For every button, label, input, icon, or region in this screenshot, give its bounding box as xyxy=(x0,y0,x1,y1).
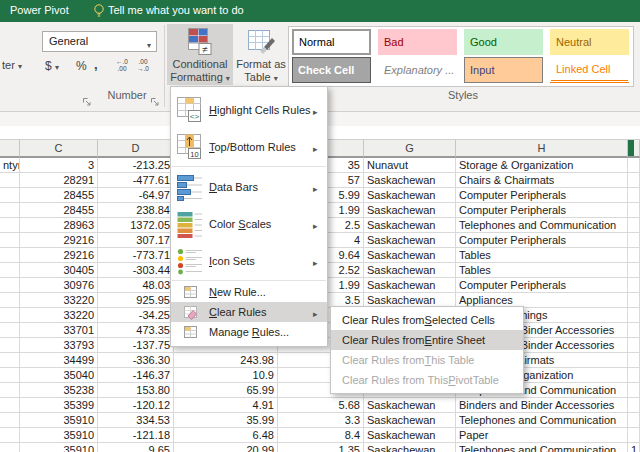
cell[interactable]: Saskachewan xyxy=(364,428,456,443)
cell[interactable] xyxy=(0,263,20,278)
column-header-g[interactable]: G xyxy=(364,140,456,158)
cell[interactable] xyxy=(628,353,640,368)
cell[interactable] xyxy=(628,158,640,173)
cell[interactable] xyxy=(0,443,20,452)
column-header-h[interactable]: H xyxy=(456,140,628,158)
cell[interactable]: -213.25 xyxy=(98,158,174,173)
cell[interactable]: -137.75 xyxy=(98,338,174,353)
cell[interactable]: 3 xyxy=(20,158,98,173)
cell[interactable]: 243.98 xyxy=(174,353,278,368)
cell[interactable]: 33701 xyxy=(20,323,98,338)
cell[interactable]: ntyre xyxy=(0,158,20,173)
cell[interactable] xyxy=(0,218,20,233)
style-chip-normal[interactable]: Normal xyxy=(292,29,371,55)
cell[interactable]: 4.91 xyxy=(174,398,278,413)
cell[interactable]: 3.3 xyxy=(278,413,364,428)
cell[interactable]: -303.44 xyxy=(98,263,174,278)
cell[interactable] xyxy=(0,398,20,413)
menu-item-manage-rules[interactable]: Manage Rules... xyxy=(171,322,327,342)
cell[interactable] xyxy=(0,173,20,188)
cell[interactable]: Saskachewan xyxy=(364,173,456,188)
cell[interactable] xyxy=(0,383,20,398)
cell[interactable]: Binders and Binder Accessories xyxy=(456,398,628,413)
cell[interactable]: 8.4 xyxy=(278,428,364,443)
cell[interactable]: Saskachewan xyxy=(364,203,456,218)
cell[interactable]: 153.80 xyxy=(98,383,174,398)
cell[interactable]: 65.99 xyxy=(174,383,278,398)
cell[interactable]: Computer Peripherals xyxy=(456,278,628,293)
cell[interactable] xyxy=(628,173,640,188)
dialog-launcher-icon[interactable] xyxy=(82,93,92,103)
cell[interactable]: -34.25 xyxy=(98,308,174,323)
decrease-decimal-icon[interactable]: .00→.0 xyxy=(133,58,153,76)
cell[interactable]: 29216 xyxy=(20,233,98,248)
merge-center-button-clipped[interactable]: ter xyxy=(2,59,22,71)
cell[interactable] xyxy=(0,203,20,218)
style-chip-check-cell[interactable]: Check Cell xyxy=(292,57,371,83)
menu-item-highlight-cells-rules[interactable]: <>Highlight Cells Rules xyxy=(171,91,327,128)
cell[interactable] xyxy=(628,383,640,398)
conditional-formatting-button[interactable]: ≠ Conditional Formatting xyxy=(167,24,233,85)
cell[interactable] xyxy=(0,278,20,293)
cell[interactable]: Telephones and Communication xyxy=(456,218,628,233)
cell[interactable]: 28963 xyxy=(20,218,98,233)
cell[interactable]: 473.35 xyxy=(98,323,174,338)
cell[interactable]: 35910 xyxy=(20,428,98,443)
cell[interactable]: Computer Peripherals xyxy=(456,233,628,248)
cell[interactable]: -477.61 xyxy=(98,173,174,188)
cell[interactable]: Tables xyxy=(456,263,628,278)
tell-me-search-input[interactable]: Tell me what you want to do xyxy=(108,4,244,16)
cell[interactable]: 925.95 xyxy=(98,293,174,308)
cell[interactable] xyxy=(0,323,20,338)
cell[interactable]: 307.17 xyxy=(98,233,174,248)
submenu-item-clear-rules-from-selected-cells[interactable]: Clear Rules from Selected Cells xyxy=(331,310,523,330)
comma-format-button[interactable]: , xyxy=(94,57,98,72)
cell[interactable]: 35.99 xyxy=(174,413,278,428)
cell[interactable] xyxy=(0,248,20,263)
menu-item-icon-sets[interactable]: Icon Sets xyxy=(171,242,327,279)
cell[interactable]: Nunavut xyxy=(364,158,456,173)
column-header-partial[interactable] xyxy=(0,140,20,158)
cell[interactable] xyxy=(628,398,640,413)
cell[interactable] xyxy=(628,218,640,233)
menu-item-data-bars[interactable]: Data Bars xyxy=(171,168,327,205)
cell[interactable]: -336.30 xyxy=(98,353,174,368)
cell[interactable] xyxy=(0,353,20,368)
cell[interactable] xyxy=(628,233,640,248)
column-header-partial[interactable] xyxy=(628,140,640,158)
cell[interactable]: Saskachewan xyxy=(364,398,456,413)
cell[interactable]: Saskachewan xyxy=(364,218,456,233)
cell[interactable]: Saskachewan xyxy=(364,278,456,293)
cell[interactable]: Saskachewan xyxy=(364,248,456,263)
cell[interactable]: 29216 xyxy=(20,248,98,263)
cell[interactable]: 48.03 xyxy=(98,278,174,293)
cell[interactable]: 1.35 xyxy=(278,443,364,452)
tab-power-pivot[interactable]: Power Pivot xyxy=(10,4,69,16)
cell[interactable]: -146.37 xyxy=(98,368,174,383)
cell[interactable] xyxy=(628,338,640,353)
increase-decimal-icon[interactable]: ←.0.00 xyxy=(112,58,132,76)
column-header-c[interactable]: C xyxy=(20,140,98,158)
cell[interactable] xyxy=(628,323,640,338)
cell[interactable] xyxy=(628,248,640,263)
cell[interactable]: -120.12 xyxy=(98,398,174,413)
cell[interactable]: Telephones and Communication xyxy=(456,413,628,428)
cell[interactable] xyxy=(628,278,640,293)
cell[interactable]: 5.68 xyxy=(278,398,364,413)
cell[interactable]: Paper xyxy=(456,428,628,443)
cell[interactable] xyxy=(628,293,640,308)
cell[interactable]: Chairs & Chairmats xyxy=(456,173,628,188)
column-header-d[interactable]: D xyxy=(98,140,174,158)
cell[interactable]: 334.53 xyxy=(98,413,174,428)
percent-format-button[interactable]: % xyxy=(76,59,87,73)
menu-item-new-rule[interactable]: New Rule... xyxy=(171,282,327,302)
currency-format-button[interactable]: $ xyxy=(45,59,59,73)
cell[interactable] xyxy=(0,368,20,383)
cell[interactable]: Telephones and Communication xyxy=(456,443,628,452)
menu-item-top-bottom-rules[interactable]: 10Top/Bottom Rules xyxy=(171,128,327,165)
cell[interactable] xyxy=(628,263,640,278)
cell[interactable]: Tables xyxy=(456,248,628,263)
cell[interactable] xyxy=(0,338,20,353)
style-chip-good[interactable]: Good xyxy=(464,29,543,55)
cell[interactable] xyxy=(0,233,20,248)
